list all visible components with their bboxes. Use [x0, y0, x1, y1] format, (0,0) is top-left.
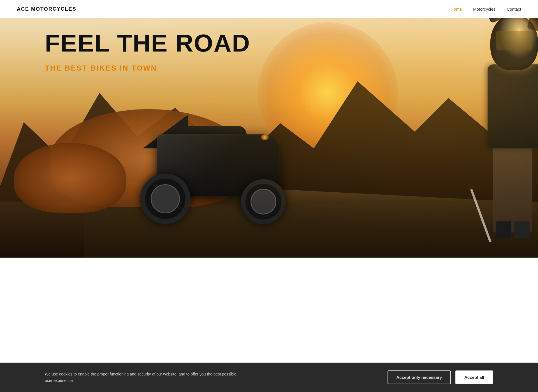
- navbar: ACE MOTORCYCLES Home Motorcycles Contact: [0, 0, 538, 18]
- wheel-rear: [140, 174, 191, 224]
- nav-link-contact[interactable]: Contact: [507, 7, 521, 11]
- hero-section: FEEL THE ROAD THE BEST BIKES IN TOWN: [0, 0, 538, 258]
- nav-item-contact[interactable]: Contact: [507, 7, 521, 12]
- cookie-banner: We use cookies to enable the proper func…: [0, 363, 538, 392]
- hero-content: FEEL THE ROAD THE BEST BIKES IN TOWN: [45, 31, 250, 73]
- hero-subtitle: THE BEST BIKES IN TOWN: [45, 64, 250, 73]
- nav-link-motorcycles[interactable]: Motorcycles: [473, 7, 495, 11]
- rider: [482, 20, 538, 232]
- shrubs-secondary: [14, 143, 126, 213]
- nav-item-motorcycles[interactable]: Motorcycles: [473, 7, 495, 12]
- rider-jacket: [488, 64, 538, 148]
- brand-logo: ACE MOTORCYCLES: [17, 6, 76, 12]
- moto-headlight: [261, 134, 269, 140]
- wheel-front: [241, 179, 286, 224]
- nav-link-home[interactable]: Home: [451, 7, 462, 11]
- rider-helmet: [490, 14, 538, 70]
- rider-legs: [493, 134, 532, 232]
- accept-necessary-button[interactable]: Accept only necessary: [388, 370, 451, 384]
- cookie-message: We use cookies to enable the proper func…: [45, 371, 241, 384]
- accept-all-button[interactable]: Accept all: [455, 370, 493, 384]
- hero-title: FEEL THE ROAD: [45, 31, 250, 55]
- cookie-buttons: Accept only necessary Accept all: [388, 370, 493, 384]
- motorcycle: [134, 106, 303, 224]
- nav-item-home[interactable]: Home: [451, 7, 462, 12]
- nav-links: Home Motorcycles Contact: [451, 7, 521, 12]
